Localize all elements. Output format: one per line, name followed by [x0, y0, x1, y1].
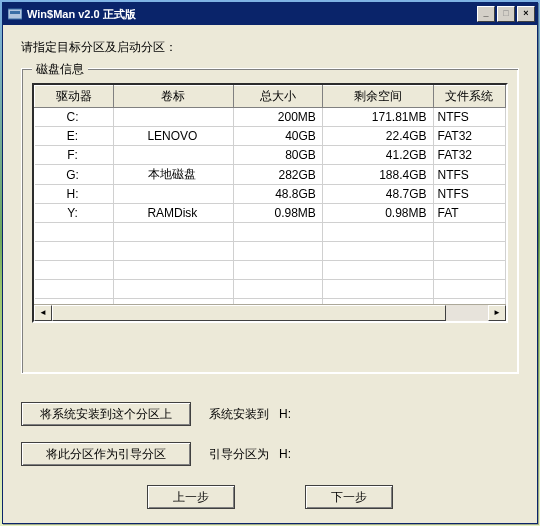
install-status-label: 系统安装到 H: — [209, 406, 291, 423]
cell-total: 48.8GB — [234, 185, 323, 204]
table-row[interactable]: Y:RAMDisk0.98MB0.98MBFAT — [35, 204, 506, 223]
install-status-drive: H: — [279, 407, 291, 421]
prev-button[interactable]: 上一步 — [147, 485, 235, 509]
table-row[interactable]: C:200MB171.81MBNTFS — [35, 108, 506, 127]
cell-label: RAMDisk — [113, 204, 234, 223]
disk-table: 驱动器 卷标 总大小 剩余空间 文件系统 C:200MB171.81MBNTFS… — [34, 85, 506, 304]
install-to-partition-button[interactable]: 将系统安装到这个分区上 — [21, 402, 191, 426]
table-row-empty — [35, 242, 506, 261]
set-boot-partition-button[interactable]: 将此分区作为引导分区 — [21, 442, 191, 466]
cell-free: 41.2GB — [322, 146, 433, 165]
cell-total: 40GB — [234, 127, 323, 146]
boot-status-label: 引导分区为 H: — [209, 446, 291, 463]
table-row[interactable]: F:80GB41.2GBFAT32 — [35, 146, 506, 165]
cell-label: LENOVO — [113, 127, 234, 146]
next-button[interactable]: 下一步 — [305, 485, 393, 509]
table-row[interactable]: G:本地磁盘282GB188.4GBNTFS — [35, 165, 506, 185]
cell-free: 0.98MB — [322, 204, 433, 223]
cell-drive: E: — [35, 127, 114, 146]
cell-drive: F: — [35, 146, 114, 165]
scroll-left-button[interactable]: ◄ — [34, 305, 52, 321]
cell-free: 188.4GB — [322, 165, 433, 185]
table-row[interactable]: E:LENOVO40GB22.4GBFAT32 — [35, 127, 506, 146]
group-label: 磁盘信息 — [32, 61, 88, 78]
table-row-empty — [35, 280, 506, 299]
cell-free: 22.4GB — [322, 127, 433, 146]
cell-total: 0.98MB — [234, 204, 323, 223]
table-row-empty — [35, 261, 506, 280]
cell-fs: FAT32 — [433, 146, 505, 165]
cell-label — [113, 185, 234, 204]
col-header-free[interactable]: 剩余空间 — [322, 86, 433, 108]
title-bar[interactable]: Win$Man v2.0 正式版 _ □ × — [3, 3, 537, 25]
cell-label — [113, 108, 234, 127]
maximize-button[interactable]: □ — [497, 6, 515, 22]
window-title: Win$Man v2.0 正式版 — [27, 7, 475, 22]
cell-free: 48.7GB — [322, 185, 433, 204]
cell-label: 本地磁盘 — [113, 165, 234, 185]
app-window: Win$Man v2.0 正式版 _ □ × 请指定目标分区及启动分区： 磁盘信… — [2, 2, 538, 524]
table-row[interactable]: H:48.8GB48.7GBNTFS — [35, 185, 506, 204]
cell-label — [113, 146, 234, 165]
app-icon — [7, 6, 23, 22]
table-row-empty — [35, 223, 506, 242]
minimize-button[interactable]: _ — [477, 6, 495, 22]
cell-free: 171.81MB — [322, 108, 433, 127]
cell-fs: NTFS — [433, 185, 505, 204]
col-header-total[interactable]: 总大小 — [234, 86, 323, 108]
scroll-right-button[interactable]: ► — [488, 305, 506, 321]
scroll-track[interactable] — [52, 305, 488, 321]
cell-fs: FAT — [433, 204, 505, 223]
disk-listview[interactable]: 驱动器 卷标 总大小 剩余空间 文件系统 C:200MB171.81MBNTFS… — [32, 83, 508, 323]
col-header-drive[interactable]: 驱动器 — [35, 86, 114, 108]
cell-drive: Y: — [35, 204, 114, 223]
cell-fs: FAT32 — [433, 127, 505, 146]
client-area: 请指定目标分区及启动分区： 磁盘信息 驱动器 卷标 总大小 — [3, 25, 537, 523]
svg-rect-1 — [10, 11, 20, 14]
cell-total: 200MB — [234, 108, 323, 127]
instruction-text: 请指定目标分区及启动分区： — [21, 39, 519, 56]
cell-total: 282GB — [234, 165, 323, 185]
cell-fs: NTFS — [433, 165, 505, 185]
cell-drive: C: — [35, 108, 114, 127]
cell-total: 80GB — [234, 146, 323, 165]
horizontal-scrollbar[interactable]: ◄ ► — [34, 304, 506, 321]
close-button[interactable]: × — [517, 6, 535, 22]
install-status-prefix: 系统安装到 — [209, 407, 269, 421]
cell-drive: H: — [35, 185, 114, 204]
table-header-row: 驱动器 卷标 总大小 剩余空间 文件系统 — [35, 86, 506, 108]
scroll-thumb[interactable] — [52, 305, 446, 321]
boot-status-drive: H: — [279, 447, 291, 461]
col-header-fs[interactable]: 文件系统 — [433, 86, 505, 108]
col-header-label[interactable]: 卷标 — [113, 86, 234, 108]
cell-fs: NTFS — [433, 108, 505, 127]
boot-status-prefix: 引导分区为 — [209, 447, 269, 461]
cell-drive: G: — [35, 165, 114, 185]
disk-info-group: 磁盘信息 驱动器 卷标 总大小 剩余空间 文件 — [21, 68, 519, 374]
